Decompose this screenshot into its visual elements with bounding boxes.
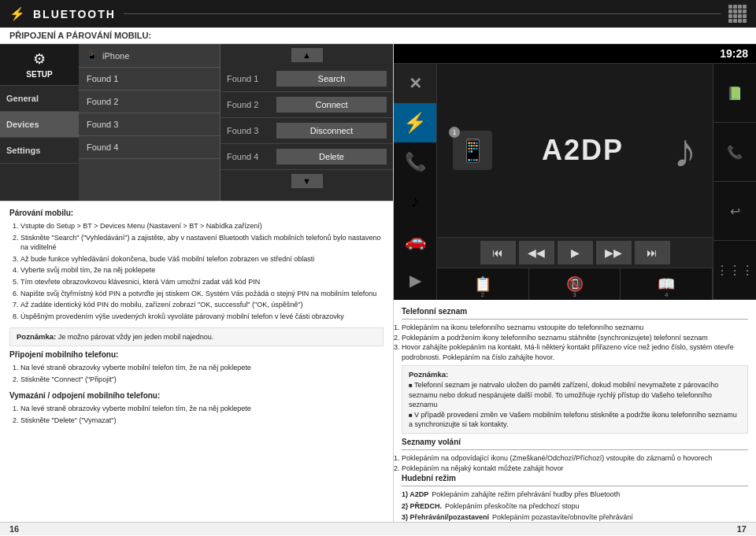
telefonni-title: Telefonní seznam bbox=[402, 306, 748, 320]
screen-main: 📱 1 A2DP ♪ ⏮ ◀◀ ▶ bbox=[437, 64, 713, 300]
sidebar-item-devices[interactable]: Devices bbox=[0, 112, 79, 138]
step-item: Stiskněte "Delete" ("Vymazat") bbox=[20, 416, 384, 426]
playback-controls: ⏮ ◀◀ ▶ ▶▶ ⏭ bbox=[437, 237, 713, 268]
sub-header: PŘIPOJENÍ A PÁROVÁNÍ MOBILU: bbox=[0, 28, 756, 44]
scroll-up-button[interactable]: ▲ bbox=[291, 48, 323, 62]
device-list: 📱 iPhone Found 1 Found 2 Found 3 Found 4 bbox=[79, 44, 220, 201]
a2dp-display: 📱 1 A2DP ♪ bbox=[437, 64, 713, 237]
parování-section: Párování mobilu: Vstupte do Setup > BT >… bbox=[9, 208, 384, 321]
phone-screen-icon[interactable]: 📞 bbox=[394, 142, 437, 182]
action-item-search: Found 1 Search bbox=[220, 66, 393, 92]
hudebni-item: 1) A2DP Poklepáním zahájíte režim přehrá… bbox=[402, 490, 748, 500]
step-item: Poklepáním na odpovídající ikonu (Zmeška… bbox=[402, 453, 748, 464]
list-item[interactable]: Found 3 bbox=[79, 113, 220, 136]
badge-3: 3 bbox=[573, 291, 576, 298]
scroll-down-button[interactable]: ▼ bbox=[291, 174, 323, 188]
header-divider bbox=[124, 13, 721, 14]
seznamy-title: Seznamy volání bbox=[402, 437, 748, 450]
parování-title: Párování mobilu: bbox=[9, 208, 384, 219]
hudebni-item: 2) PŘEDCH. Poklepáním přeskočíte na před… bbox=[402, 501, 748, 512]
top-header: ⚡ BLUETOOTH bbox=[0, 0, 756, 28]
x-button[interactable]: ✕ bbox=[394, 64, 437, 103]
list-item[interactable]: Found 4 bbox=[79, 136, 220, 159]
step-item: Hovor zahájíte poklepáním na kontakt. Má… bbox=[402, 342, 748, 362]
gear-icon: ⚙ bbox=[33, 50, 46, 68]
left-panel: ⚙ SETUP General Devices Settings bbox=[0, 44, 394, 522]
vymazání-section: Vymazání / odpojení mobilního telefonu: … bbox=[9, 390, 384, 425]
sidebar-item-general[interactable]: General bbox=[0, 86, 79, 112]
delete-button[interactable]: Delete bbox=[276, 149, 387, 164]
bluetooth-icon: ⚡ bbox=[9, 6, 25, 21]
connect-button[interactable]: Connect bbox=[276, 97, 387, 113]
next-track-button[interactable]: ⏭ bbox=[635, 241, 670, 264]
bottom-icons: 📋 2 📵 3 📖 4 bbox=[437, 268, 713, 300]
seznamy-steps: Poklepáním na odpovídající ikonu (Zmeška… bbox=[402, 453, 748, 473]
menu-icon[interactable]: ⋮⋮⋮ bbox=[713, 241, 756, 300]
page-title: BLUETOOTH bbox=[33, 8, 116, 20]
step-item: Na levé straně obrazovky vyberte mobilní… bbox=[20, 363, 384, 373]
parování-steps: Vstupte do Setup > BT > Devices Menu (Na… bbox=[9, 221, 384, 321]
sidebar-nav: ⚙ SETUP General Devices Settings bbox=[0, 44, 79, 201]
arrow-right-icon[interactable]: ▶ bbox=[394, 261, 437, 300]
step-item: Stiskněte "Search" ("Vyhledávání") a zaj… bbox=[20, 233, 384, 253]
book-icon[interactable]: 📗 bbox=[713, 64, 756, 123]
disconnect-button[interactable]: Disconnect bbox=[276, 123, 387, 139]
list-item[interactable]: Found 2 bbox=[79, 91, 220, 113]
vymazání-steps: Na levé straně obrazovky vyberte mobilní… bbox=[9, 404, 384, 425]
prev-track-button[interactable]: ⏮ bbox=[480, 241, 516, 264]
step-item: Tím otevřete obrazovkovou klávesnici, kt… bbox=[20, 277, 384, 287]
missed-calls-icon[interactable]: 📵 3 bbox=[529, 268, 621, 300]
play-button[interactable]: ▶ bbox=[558, 241, 593, 264]
right-panel: 19:28 ✕ ⚡ 📞 ♪ bbox=[394, 44, 756, 522]
step-item: Na levé straně obrazovky vyberte mobilní… bbox=[20, 404, 384, 414]
fast-forward-button[interactable]: ▶▶ bbox=[596, 241, 632, 264]
sidebar-item-settings[interactable]: Settings bbox=[0, 138, 79, 164]
rewind-button[interactable]: ◀◀ bbox=[519, 241, 554, 264]
screen-body: ✕ ⚡ 📞 ♪ 🚗 ▶ bbox=[394, 64, 756, 300]
car-screen-icon[interactable]: 🚗 bbox=[394, 221, 437, 261]
music-screen-icon[interactable]: ♪ bbox=[394, 182, 437, 221]
action-item-delete: Found 4 Delete bbox=[220, 144, 393, 170]
search-button[interactable]: Search bbox=[276, 71, 387, 87]
step-item: Poklepáním na nějaký kontakt můžete zahá… bbox=[402, 464, 748, 474]
a2dp-text: A2DP bbox=[542, 134, 624, 167]
step-item: Vstupte do Setup > BT > Devices Menu (Na… bbox=[20, 221, 384, 231]
step-item: Vyberte svůj mobil tím, že na něj poklep… bbox=[20, 265, 384, 275]
bluetooth-screen-icon[interactable]: ⚡ bbox=[394, 103, 437, 142]
step-item: Až bude funkce vyhledávání dokončena, bu… bbox=[20, 254, 384, 264]
phone-right-icon[interactable]: 📞 bbox=[713, 123, 756, 182]
note-box-telefonni: Poznámka: Telefonní seznam je natrvalo u… bbox=[402, 365, 748, 434]
step-item: Napište svůj čtyřmístný kód PIN a potvrď… bbox=[20, 289, 384, 299]
side-icons: 📗 📞 ↩ ⋮⋮⋮ bbox=[713, 64, 756, 300]
device-ui: ⚙ SETUP General Devices Settings bbox=[0, 44, 393, 201]
připojení-title: Připojení mobilního telefonu: bbox=[9, 349, 384, 360]
step-item: Úspěšným provedením výše uvedených kroků… bbox=[20, 312, 384, 322]
badge-1: 1 bbox=[449, 127, 460, 138]
screen-time: 19:28 bbox=[394, 44, 756, 64]
a2dp-left: 📱 1 bbox=[453, 131, 492, 170]
note-box-parování: Poznámka: Je možno párovat vždy jen jede… bbox=[9, 327, 384, 346]
return-icon[interactable]: ↩ bbox=[713, 182, 756, 241]
call-log-icon[interactable]: 📖 4 bbox=[621, 268, 713, 300]
contacts-icon[interactable]: 📋 2 bbox=[437, 268, 529, 300]
hudebni-title: Hudební režim bbox=[402, 473, 748, 486]
left-icon-column: ✕ ⚡ 📞 ♪ 🚗 ▶ bbox=[394, 64, 437, 300]
list-item[interactable]: Found 1 bbox=[79, 68, 220, 91]
music-note-icon: ♪ bbox=[673, 124, 697, 178]
step-item: Až zadáte identický kód PIN do mobilu, z… bbox=[20, 300, 384, 310]
phone-device-icon[interactable]: 📱 1 bbox=[453, 131, 492, 170]
step-item: Stiskněte "Connect" ("Připojit") bbox=[20, 375, 384, 385]
setup-button[interactable]: ⚙ SETUP bbox=[0, 44, 79, 86]
vymazání-title: Vymazání / odpojení mobilního telefonu: bbox=[9, 390, 384, 401]
scroll-down-area: ▼ bbox=[220, 170, 393, 192]
step-item: Poklepáním a podržením ikony telefonního… bbox=[402, 333, 748, 343]
připojení-steps: Na levé straně obrazovky vyberte mobilní… bbox=[9, 363, 384, 384]
telefonni-steps: Poklepáním na ikonu telefonního seznamu … bbox=[402, 323, 748, 362]
note-item: V případě provedení změn ve Vašem mobiln… bbox=[409, 411, 737, 429]
list-item[interactable]: 📱 iPhone bbox=[79, 44, 220, 68]
action-item-connect: Found 2 Connect bbox=[220, 92, 393, 118]
page-numbers: 16 17 bbox=[0, 522, 756, 535]
page-num-right: 17 bbox=[737, 524, 747, 534]
phone-icon: 📱 bbox=[87, 50, 98, 61]
badge-4: 4 bbox=[665, 291, 668, 298]
